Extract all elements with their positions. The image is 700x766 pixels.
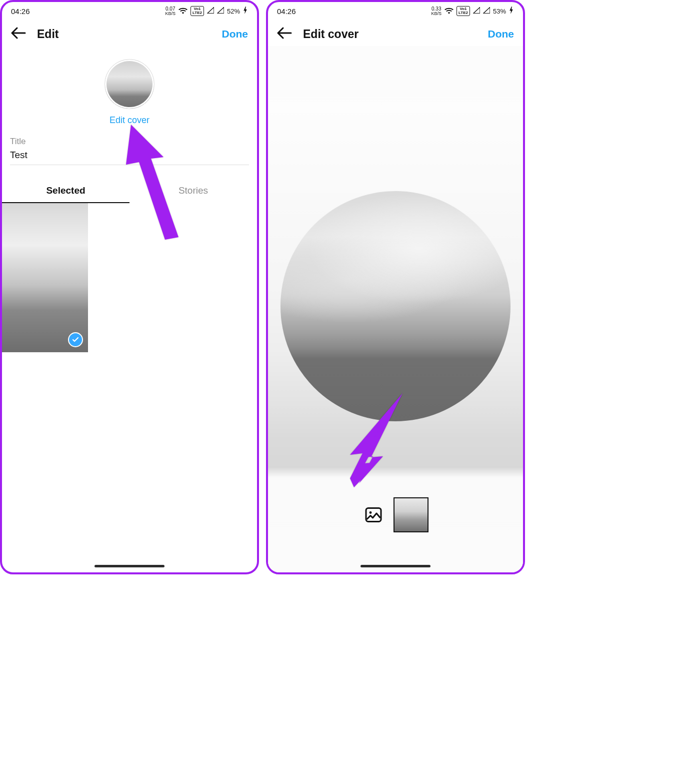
battery-text: 52% xyxy=(227,8,240,15)
battery-text: 53% xyxy=(493,8,506,15)
status-right: 0.07 KB/S Vo1 LTE2 52% xyxy=(165,6,248,16)
charging-icon xyxy=(509,7,514,16)
network-speed: 0.07 KB/S xyxy=(165,7,176,16)
done-button[interactable]: Done xyxy=(222,28,248,40)
status-time: 04:26 xyxy=(277,7,431,16)
done-button[interactable]: Done xyxy=(488,28,514,40)
phone-left: 04:26 0.07 KB/S Vo1 LTE2 52% xyxy=(0,0,259,574)
home-indicator[interactable] xyxy=(360,565,430,567)
status-time: 04:26 xyxy=(11,7,165,16)
story-thumb[interactable] xyxy=(2,203,88,352)
svg-point-1 xyxy=(370,511,372,514)
cover-preview[interactable] xyxy=(104,59,154,109)
status-bar: 04:26 0.07 KB/S Vo1 LTE2 52% xyxy=(2,2,257,20)
signal-icon-1 xyxy=(207,7,214,15)
signal-icon-2 xyxy=(217,7,224,15)
status-right: 0.33 KB/S Vo1 LTE2 53% xyxy=(431,6,514,16)
thumb-row xyxy=(362,497,428,532)
lte-badge: Vo1 LTE2 xyxy=(456,6,470,16)
signal-icon-1 xyxy=(473,7,480,15)
page-title: Edit cover xyxy=(303,28,358,41)
status-bar: 04:26 0.33 KB/S Vo1 LTE2 53% xyxy=(268,2,523,20)
phone-right: 04:26 0.33 KB/S Vo1 LTE2 53% xyxy=(266,0,525,574)
network-speed: 0.33 KB/S xyxy=(431,7,442,16)
title-label: Title xyxy=(10,137,249,147)
story-grid xyxy=(2,203,257,352)
home-indicator[interactable] xyxy=(94,565,164,567)
tab-stories[interactable]: Stories xyxy=(130,180,257,203)
selected-check-icon xyxy=(68,332,83,347)
edit-cover-link[interactable]: Edit cover xyxy=(110,115,150,126)
page-title: Edit xyxy=(37,28,58,41)
cover-crop-area[interactable] xyxy=(268,46,523,572)
cover-crop-circle[interactable] xyxy=(280,191,510,421)
nav-bar: Edit cover Done xyxy=(268,20,523,46)
gallery-picker-icon[interactable] xyxy=(362,504,384,526)
wifi-icon xyxy=(444,7,454,16)
svg-rect-0 xyxy=(366,508,381,522)
cover-image xyxy=(280,191,510,421)
tabs: Selected Stories xyxy=(2,180,257,203)
lte-badge: Vo1 LTE2 xyxy=(190,6,204,16)
title-block: Title xyxy=(2,126,257,168)
title-input[interactable] xyxy=(10,149,249,165)
tab-selected[interactable]: Selected xyxy=(2,180,130,203)
charging-icon xyxy=(243,7,248,16)
back-arrow-icon[interactable] xyxy=(11,27,26,41)
wifi-icon xyxy=(178,7,188,16)
nav-bar: Edit Done xyxy=(2,20,257,46)
back-arrow-icon[interactable] xyxy=(277,27,292,41)
cover-section: Edit cover xyxy=(2,46,257,126)
source-thumb[interactable] xyxy=(394,497,428,532)
signal-icon-2 xyxy=(483,7,490,15)
